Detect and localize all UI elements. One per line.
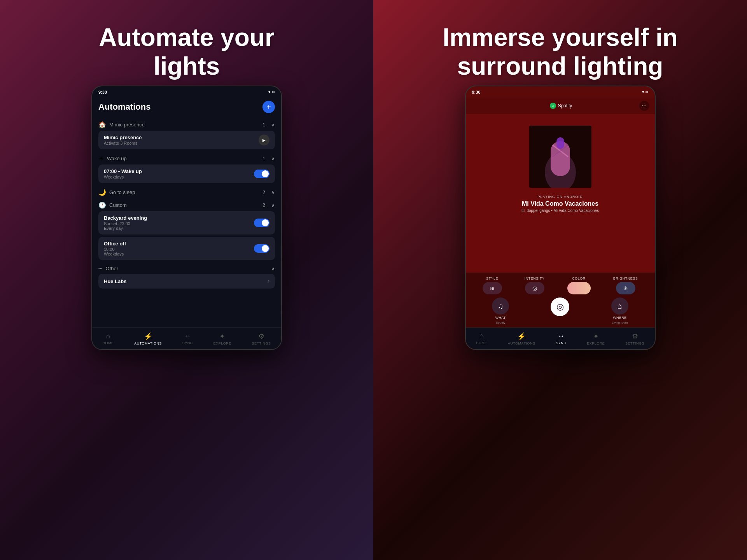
toggle-switch-backyard[interactable]	[254, 219, 269, 227]
card-title-huelabs: Hue Labs	[104, 278, 264, 284]
toggle-wake[interactable]	[254, 170, 269, 178]
settings-icon-right: ⚙	[632, 332, 638, 341]
nav-label-settings-right: SETTINGS	[625, 341, 644, 345]
card-title-wake: 07:00 • Wake up	[104, 168, 250, 174]
status-time-right: 9:30	[472, 90, 481, 94]
sync-tab-where-icon: ⌂	[611, 298, 628, 315]
song-title: Mi Vida Como Vacaciones	[522, 200, 598, 207]
other-icon: •••	[98, 266, 103, 271]
album-art	[529, 126, 591, 188]
nav-settings-left[interactable]: ⚙ SETTINGS	[252, 332, 271, 345]
toggle-backyard[interactable]	[254, 219, 269, 227]
status-bar-left: 9:30 ▾ ▪▪	[92, 86, 281, 98]
sync-style-label: STYLE	[486, 276, 498, 280]
card-title-office: Office off	[104, 241, 250, 247]
section-label-mimic: Mimic presence	[109, 122, 259, 128]
chevron-huelabs: ›	[268, 278, 269, 285]
section-custom[interactable]: 🕐 Custom 2 ∧	[98, 198, 275, 211]
chevron-custom: ∧	[271, 203, 275, 208]
automation-card-mimic[interactable]: Mimic presence Activate 3 Rooms ▶	[98, 131, 275, 149]
status-time-left: 9:30	[98, 90, 107, 94]
card-subtitle-office: 18:00Weekdays	[104, 247, 250, 256]
toggle-office[interactable]	[254, 244, 269, 253]
toggle-switch-wake[interactable]	[254, 170, 269, 178]
section-count-mimic: 1	[262, 122, 265, 128]
nav-home-right[interactable]: ⌂ HOME	[476, 332, 487, 345]
sync-tab-what-sub: Spotify	[496, 321, 505, 324]
sync-icon-left: ↔	[184, 332, 191, 340]
spotify-more-button[interactable]: ···	[639, 101, 649, 111]
add-automation-button[interactable]: +	[262, 101, 275, 113]
wake-up-icon: ☀	[98, 155, 104, 162]
toggle-switch-office[interactable]	[254, 244, 269, 253]
status-icons-left: ▾ ▪▪	[268, 89, 275, 94]
card-title-mimic: Mimic presence	[104, 135, 255, 140]
nav-explore-left[interactable]: ✦ EXPLORE	[213, 332, 231, 345]
bottom-nav-left: ⌂ HOME ⚡ AUTOMATIONS ↔ SYNC ✦ EXPLORE ⚙ …	[92, 327, 281, 349]
sync-intensity-label: INTENSITY	[525, 276, 545, 280]
card-info-wake: 07:00 • Wake up Weekdays	[104, 168, 250, 179]
automation-card-huelabs[interactable]: Hue Labs ›	[98, 274, 275, 289]
sync-tab-sync[interactable]: ◎	[551, 298, 569, 324]
right-title: Immerse yourself in surround lighting	[443, 23, 678, 80]
section-label-custom: Custom	[109, 202, 259, 208]
sync-color-button[interactable]	[567, 282, 591, 294]
right-title-line2: surround lighting	[457, 52, 663, 80]
section-mimic-presence[interactable]: 🏠 Mimic presence 1 ∧	[98, 118, 275, 131]
nav-settings-right[interactable]: ⚙ SETTINGS	[625, 332, 644, 345]
card-subtitle-backyard: Sunset–23:00Every day	[104, 221, 250, 231]
mimic-presence-icon: 🏠	[98, 121, 106, 128]
sync-brightness-button[interactable]: ✳	[616, 282, 635, 294]
nav-label-home-right: HOME	[476, 341, 487, 345]
spotify-logo: ♫ Spotify	[550, 103, 572, 109]
settings-icon-left: ⚙	[258, 332, 264, 341]
card-info-backyard: Backyard evening Sunset–23:00Every day	[104, 215, 250, 231]
nav-home-left[interactable]: ⌂ HOME	[102, 332, 114, 345]
section-go-to-sleep[interactable]: 🌙 Go to sleep 2 ∨	[98, 186, 275, 198]
nav-label-sync-right: SYNC	[556, 341, 566, 345]
sleep-icon: 🌙	[98, 189, 106, 196]
sync-tab-where[interactable]: ⌂ WHERE Living room	[611, 298, 628, 324]
nav-explore-right[interactable]: ✦ EXPLORE	[587, 332, 605, 345]
section-wake-up[interactable]: ☀ Wake up 1 ∧	[98, 152, 275, 164]
sync-tab-what[interactable]: ♫ WHAT Spotify	[492, 298, 509, 324]
automation-card-wake[interactable]: 07:00 • Wake up Weekdays	[98, 164, 275, 183]
explore-icon-right: ✦	[593, 332, 599, 341]
album-art-svg	[529, 126, 591, 188]
nav-label-explore-left: EXPLORE	[213, 341, 231, 345]
sync-option-style: STYLE ≋	[483, 276, 502, 294]
bottom-nav-right: ⌂ HOME ⚡ AUTOMATIONS ↔ SYNC ✦ EXPLORE ⚙ …	[466, 327, 655, 349]
sync-tab-what-label: WHAT	[495, 316, 506, 320]
tablet-right: 9:30 ▾ ▪▪ ♫ Spotify ···	[465, 86, 656, 350]
play-button-mimic[interactable]: ▶	[259, 135, 269, 145]
automation-card-office[interactable]: Office off 18:00Weekdays	[98, 237, 275, 260]
card-title-backyard: Backyard evening	[104, 215, 250, 221]
chevron-wake: ∧	[271, 156, 275, 161]
chevron-mimic: ∧	[271, 122, 275, 128]
explore-icon-left: ✦	[219, 332, 225, 341]
home-icon-left: ⌂	[106, 332, 110, 340]
sync-brightness-label: BRIGHTNESS	[613, 276, 638, 280]
section-other[interactable]: ••• Other ∧	[98, 262, 275, 274]
automations-icon-right: ⚡	[517, 332, 526, 341]
sync-intensity-button[interactable]: ◎	[525, 282, 544, 294]
home-icon-right: ⌂	[479, 332, 484, 340]
nav-label-home-left: HOME	[102, 341, 114, 345]
left-title-line1: Automate your	[99, 23, 275, 51]
nav-automations-right[interactable]: ⚡ AUTOMATIONS	[508, 332, 535, 345]
sync-style-button[interactable]: ≋	[483, 282, 502, 294]
section-label-sleep: Go to sleep	[109, 189, 259, 195]
spotify-header: ♫ Spotify ···	[466, 98, 655, 114]
nav-sync-left[interactable]: ↔ SYNC	[182, 332, 193, 345]
nav-label-settings-left: SETTINGS	[252, 341, 271, 345]
automation-card-backyard[interactable]: Backyard evening Sunset–23:00Every day	[98, 211, 275, 234]
card-info-office: Office off 18:00Weekdays	[104, 241, 250, 256]
nav-label-automations-right: AUTOMATIONS	[508, 341, 535, 345]
sync-tab-where-label: WHERE	[613, 316, 626, 320]
nav-sync-right[interactable]: ↔ SYNC	[556, 332, 566, 345]
svg-rect-5	[556, 137, 564, 149]
status-icons-right: ▾ ▪▪	[642, 89, 649, 94]
nav-automations-left[interactable]: ⚡ AUTOMATIONS	[134, 332, 162, 345]
custom-icon: 🕐	[98, 201, 106, 209]
sync-tab-where-sub: Living room	[612, 321, 628, 324]
